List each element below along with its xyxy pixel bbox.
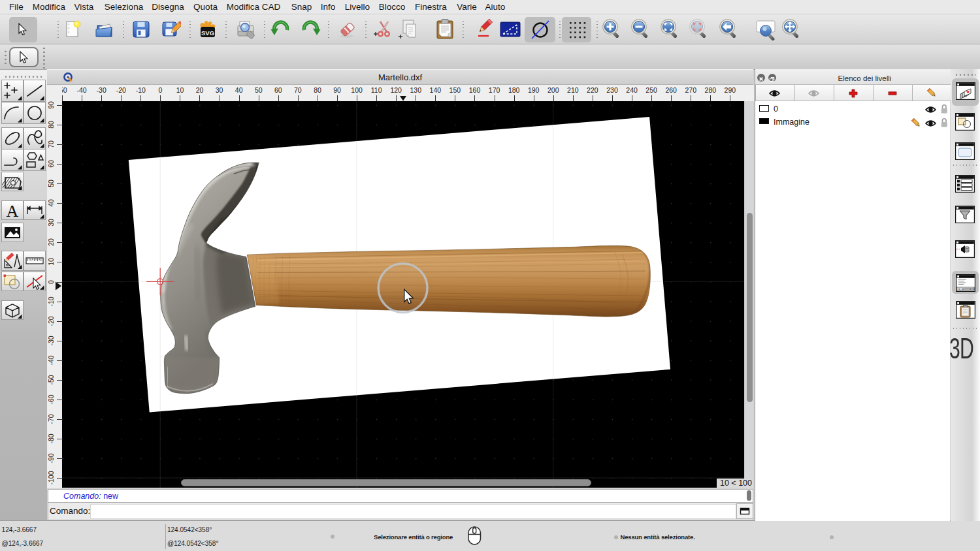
svg-text:A: A	[6, 202, 18, 219]
svg-text:SVG: SVG	[201, 29, 214, 37]
svg-text:c: command: c: command	[958, 287, 975, 291]
